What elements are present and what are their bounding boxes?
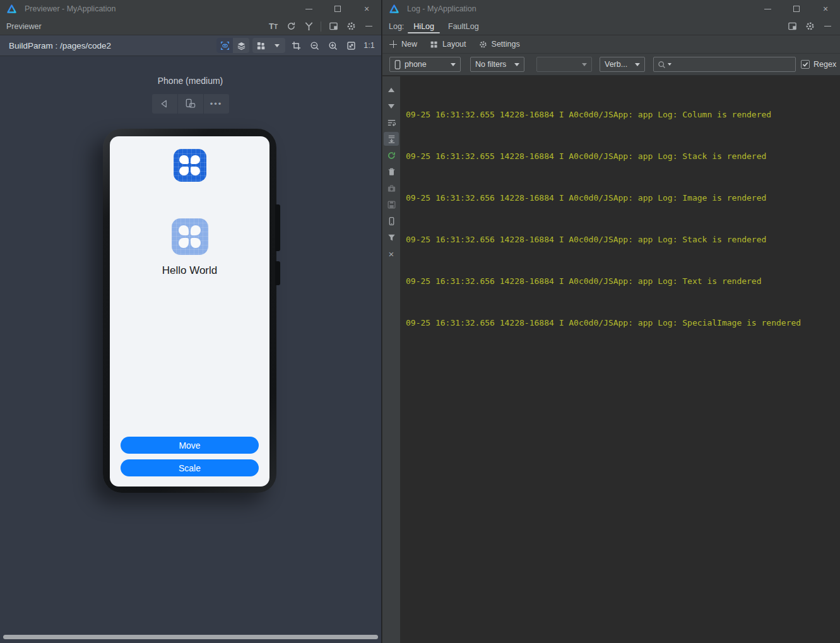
funnel-icon <box>387 233 396 242</box>
scroll-to-end-button[interactable] <box>384 132 399 146</box>
soft-wrap-button[interactable] <box>384 115 399 129</box>
panel-icon <box>788 21 797 31</box>
minimize-button[interactable] <box>294 0 323 18</box>
minimize-button[interactable] <box>753 0 782 18</box>
tab-hilog[interactable]: HiLog <box>409 18 439 35</box>
close-button[interactable]: × <box>352 0 381 18</box>
maximize-button[interactable] <box>782 0 811 18</box>
previewer-tab-row: Previewer TT <box>0 18 381 35</box>
log-window: Log - MyApplication × Log: HiLog FaultLo… <box>382 0 840 643</box>
maximize-button[interactable] <box>323 0 352 18</box>
close-button[interactable]: × <box>811 0 840 18</box>
scale-button[interactable]: Scale <box>121 459 259 476</box>
actual-size-button[interactable]: 1:1 <box>362 38 377 53</box>
inspect-button[interactable] <box>301 20 316 33</box>
previewer-titlebar: Previewer - MyApplication × <box>0 0 381 18</box>
tab-faultlog[interactable]: FaultLog <box>444 18 483 35</box>
preview-nav-group: ••• <box>152 94 229 114</box>
move-button[interactable]: Move <box>121 437 259 454</box>
log-line: 09-25 16:31:32.656 14228-16884 I A0c0d0/… <box>406 316 840 330</box>
floppy-icon <box>387 200 396 209</box>
soft-wrap-icon <box>387 118 396 127</box>
log-line: 09-25 16:31:32.655 14228-16884 I A0c0d0/… <box>406 108 840 122</box>
layout-button[interactable]: Layout <box>430 40 466 49</box>
layers-icon <box>237 41 246 50</box>
frame-bounds-button[interactable] <box>288 38 304 53</box>
divider <box>321 21 321 32</box>
zoom-out-icon <box>310 41 319 50</box>
down-triangle-icon <box>388 104 394 109</box>
window-controls: × <box>294 0 381 18</box>
device-label: Phone (medium) <box>0 76 381 86</box>
back-triangle-icon <box>160 99 169 109</box>
zoom-out-button[interactable] <box>307 38 322 53</box>
window-title: Previewer - MyApplication <box>25 4 116 13</box>
search-icon <box>658 61 666 69</box>
search-field[interactable] <box>653 57 796 72</box>
layout-label: Layout <box>442 40 466 49</box>
font-scale-button[interactable]: TT <box>266 20 281 33</box>
regex-label: Regex <box>813 60 836 69</box>
zoom-in-icon <box>328 41 338 50</box>
more-options-button[interactable]: ••• <box>203 94 229 114</box>
device-value: phone <box>405 60 427 69</box>
horizontal-scrollbar[interactable] <box>3 635 378 639</box>
hide-panel-button[interactable] <box>361 20 376 33</box>
deveco-logo-icon <box>6 4 17 15</box>
scroll-up-button[interactable] <box>384 83 399 97</box>
previewer-toolbar: BuildParam : /pages/code2 <box>0 35 381 56</box>
trash-icon <box>387 167 396 177</box>
ellipsis-icon: ••• <box>210 99 223 109</box>
rotate-device-icon <box>184 98 196 110</box>
filters-select[interactable]: No filters <box>470 57 524 72</box>
panel-icon <box>329 21 338 31</box>
panel-layout-button[interactable] <box>784 20 800 33</box>
component-picker-group <box>252 38 285 53</box>
chevron-down-icon <box>582 63 587 66</box>
settings-button[interactable] <box>802 20 817 33</box>
save-log-button[interactable] <box>384 198 399 211</box>
regex-toggle[interactable]: Regex <box>801 60 836 69</box>
window-title: Log - MyApplication <box>407 4 476 13</box>
search-input[interactable] <box>673 60 791 69</box>
close-session-button[interactable]: × <box>384 247 399 261</box>
new-button[interactable]: New <box>389 40 417 49</box>
filter-button[interactable] <box>384 230 399 244</box>
extra-filter-select[interactable] <box>536 57 592 72</box>
refresh-button[interactable] <box>283 20 299 33</box>
phone-mockup: Hello World Move Scale <box>103 129 276 493</box>
volume-key <box>275 204 280 251</box>
log-settings-button[interactable]: Settings <box>479 40 520 49</box>
fit-to-window-button[interactable] <box>343 38 358 53</box>
screenshot-button[interactable] <box>384 181 399 195</box>
device-select[interactable]: phone <box>389 57 461 72</box>
refresh-icon <box>287 21 296 31</box>
components-dropdown-button[interactable] <box>269 38 285 53</box>
regex-checkbox[interactable] <box>801 60 810 69</box>
log-level-select[interactable]: Verb... <box>600 57 645 72</box>
build-param-label: BuildParam : /pages/code2 <box>9 41 111 50</box>
crop-icon <box>292 41 301 50</box>
device-view-button[interactable] <box>384 214 399 228</box>
zoom-in-button[interactable] <box>325 38 340 53</box>
log-sidebar: × <box>382 76 400 643</box>
panel-layout-button[interactable] <box>326 20 341 33</box>
restart-button[interactable] <box>384 148 399 162</box>
gear-icon <box>346 21 356 31</box>
rotate-device-button[interactable] <box>177 94 203 114</box>
log-line: 09-25 16:31:32.656 14228-16884 I A0c0d0/… <box>406 191 840 205</box>
log-output[interactable]: 09-25 16:31:32.655 14228-16884 I A0c0d0/… <box>400 76 840 643</box>
deveco-logo-icon <box>389 4 399 15</box>
scroll-down-button[interactable] <box>384 99 399 113</box>
back-button[interactable] <box>152 94 177 114</box>
app-icon <box>174 149 206 182</box>
window-controls: × <box>753 0 840 18</box>
hide-panel-button[interactable] <box>820 20 835 33</box>
layers-toggle-button[interactable] <box>233 38 249 53</box>
clear-log-button[interactable] <box>384 165 399 179</box>
close-icon: × <box>389 249 394 259</box>
previewer-panel-label: Previewer <box>6 22 42 31</box>
inspector-toggle-button[interactable] <box>216 38 233 53</box>
components-button[interactable] <box>252 38 269 53</box>
settings-button[interactable] <box>343 20 358 33</box>
